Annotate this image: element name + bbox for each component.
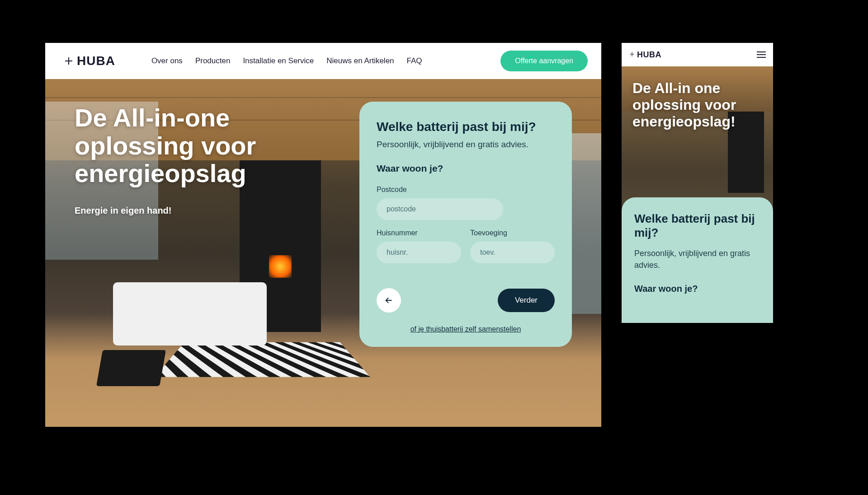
brand-logo[interactable]: HUBA [63, 54, 115, 68]
quote-request-button[interactable]: Offerte aanvragen [500, 51, 588, 71]
huisnummer-input[interactable] [377, 242, 461, 263]
hero-section: De All-in-one oplossing voor energieopsl… [45, 79, 601, 427]
arrow-left-icon [384, 295, 394, 305]
mobile-header: HUBA [622, 43, 773, 66]
nav-installatie[interactable]: Installatie en Service [243, 56, 314, 65]
mobile-hero-section: De All-in one oplossing voor energieopsl… [622, 66, 773, 323]
postcode-label: Postcode [377, 186, 555, 194]
main-nav: Over ons Producten Installatie en Servic… [151, 56, 491, 65]
mobile-hero-copy: De All-in one oplossing voor energieopsl… [632, 80, 764, 130]
mobile-form-subtitle: Persoonlijk, vrijblijvend en gratis advi… [634, 248, 760, 271]
field-row-address: Huisnummer Toevoeging [377, 229, 555, 272]
hero-copy: De All-in-one oplossing voor energieopsl… [75, 104, 278, 216]
plus-icon [629, 50, 635, 60]
huisnummer-label: Huisnummer [377, 229, 461, 237]
form-actions: Verder [377, 288, 555, 313]
nav-faq[interactable]: FAQ [407, 56, 422, 65]
hero-title: De All-in-one oplossing voor energieopsl… [75, 104, 278, 187]
next-button[interactable]: Verder [498, 289, 555, 312]
back-button[interactable] [377, 288, 401, 313]
lead-form-card: Welke batterij past bij mij? Persoonlijk… [359, 102, 572, 347]
brand-name: HUBA [77, 54, 115, 68]
form-subtitle: Persoonlijk, vrijblijvend en gratis advi… [377, 140, 555, 149]
plus-icon [63, 56, 74, 66]
form-question: Waar woon je? [377, 163, 555, 174]
compose-yourself-link[interactable]: of je thuisbatterij zelf samenstellen [377, 325, 555, 333]
mobile-brand-logo[interactable]: HUBA [629, 50, 661, 60]
mobile-lead-form-card: Welke batterij past bij mij? Persoonlijk… [622, 197, 773, 323]
nav-nieuws[interactable]: Nieuws en Artikelen [326, 56, 394, 65]
mobile-viewport: HUBA De All-in one oplossing voor energi… [622, 43, 773, 323]
postcode-input[interactable] [377, 198, 503, 220]
field-group-postcode: Postcode [377, 186, 555, 220]
nav-over-ons[interactable]: Over ons [151, 56, 183, 65]
desktop-header: HUBA Over ons Producten Installatie en S… [45, 43, 601, 79]
field-group-huisnummer: Huisnummer [377, 229, 461, 263]
form-title: Welke batterij past bij mij? [377, 120, 555, 134]
mobile-form-title: Welke batterij past bij mij? [634, 212, 760, 240]
hero-subtitle: Energie in eigen hand! [75, 205, 278, 216]
desktop-viewport: HUBA Over ons Producten Installatie en S… [45, 43, 601, 427]
mobile-form-question: Waar woon je? [634, 284, 760, 294]
hamburger-menu-icon[interactable] [757, 51, 766, 58]
nav-producten[interactable]: Producten [195, 56, 231, 65]
mobile-brand-name: HUBA [637, 50, 661, 60]
mobile-hero-title: De All-in one oplossing voor energieopsl… [632, 80, 764, 130]
field-group-toevoeging: Toevoeging [470, 229, 555, 263]
toevoeging-input[interactable] [470, 242, 555, 263]
toevoeging-label: Toevoeging [470, 229, 555, 237]
